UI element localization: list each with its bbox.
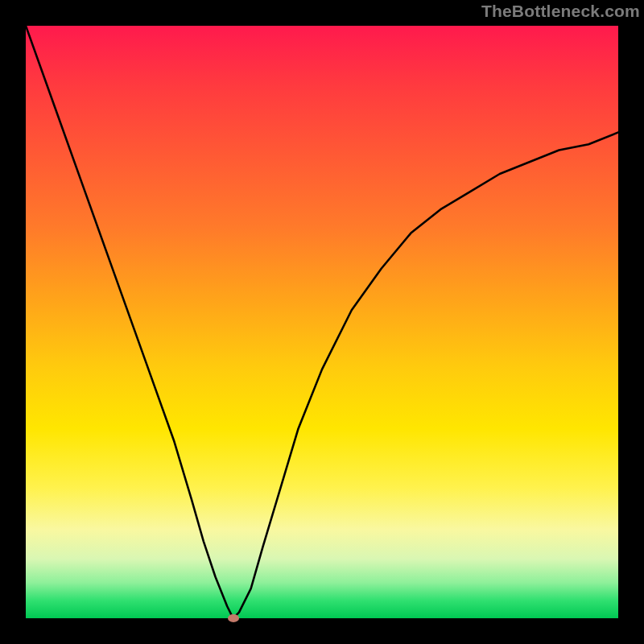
plot-area — [26, 26, 618, 618]
bottleneck-curve — [26, 26, 618, 618]
optimal-point-marker — [228, 614, 239, 622]
chart-frame: TheBottleneck.com — [0, 0, 644, 644]
watermark-text: TheBottleneck.com — [481, 2, 640, 21]
